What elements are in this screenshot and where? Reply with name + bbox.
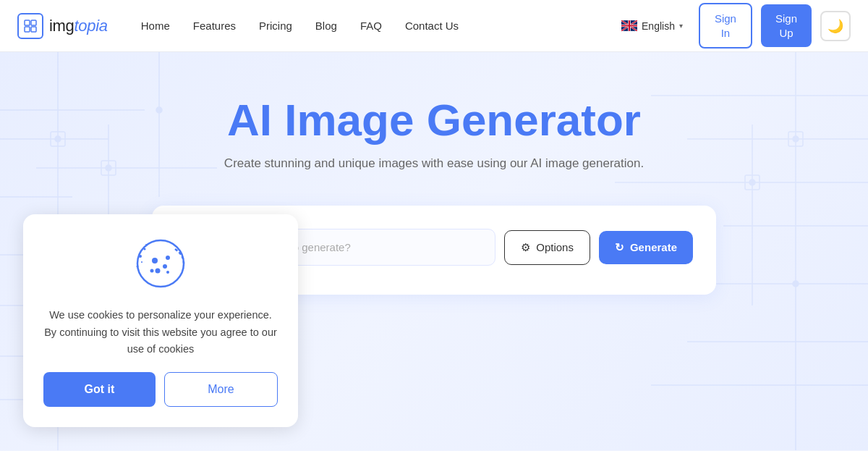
svg-point-31: [793, 281, 799, 287]
svg-point-43: [139, 255, 142, 258]
nav-faq[interactable]: FAQ: [350, 14, 392, 38]
hero-section: AI Image Generator Create stunning and u…: [0, 52, 868, 450]
options-button[interactable]: ⚙ Options: [504, 230, 590, 265]
uk-flag-icon: [621, 20, 637, 31]
svg-point-39: [156, 269, 161, 274]
svg-point-37: [152, 258, 158, 264]
svg-point-42: [166, 271, 169, 274]
moon-icon: 🌙: [827, 18, 843, 34]
svg-point-41: [150, 269, 154, 273]
refresh-icon: ↻: [615, 241, 624, 254]
nav-features[interactable]: Features: [183, 14, 246, 38]
logo-text: imgtopia: [49, 17, 108, 35]
svg-point-44: [144, 248, 146, 250]
gear-icon: ⚙: [521, 241, 530, 254]
hero-title: AI Image Generator: [227, 96, 641, 145]
signup-button[interactable]: SignUp: [761, 4, 812, 47]
svg-point-47: [141, 261, 142, 263]
hero-subtitle: Create stunning and unique images with e…: [224, 156, 644, 171]
svg-point-25: [55, 136, 61, 142]
more-button[interactable]: More: [164, 372, 278, 407]
svg-rect-0: [25, 20, 30, 25]
signin-button[interactable]: SignIn: [699, 3, 752, 49]
cookie-buttons: Got it More: [43, 372, 278, 407]
svg-point-40: [166, 256, 170, 260]
svg-point-38: [163, 264, 167, 269]
svg-rect-32: [51, 132, 65, 146]
logo[interactable]: imgtopia: [17, 13, 108, 39]
cookie-banner: We use cookies to personalize your exper…: [23, 214, 298, 427]
svg-rect-2: [25, 27, 30, 32]
nav-blog[interactable]: Blog: [305, 14, 347, 38]
nav-home[interactable]: Home: [131, 14, 180, 38]
svg-point-36: [137, 240, 184, 287]
gotit-button[interactable]: Got it: [43, 372, 156, 407]
svg-rect-3: [31, 27, 36, 32]
svg-point-46: [145, 244, 147, 245]
language-label: English: [642, 20, 675, 32]
logo-icon: [17, 13, 43, 39]
svg-rect-34: [788, 132, 803, 146]
svg-point-45: [137, 266, 139, 268]
nav-contact[interactable]: Contact Us: [395, 14, 469, 38]
nav-pricing[interactable]: Pricing: [249, 14, 302, 38]
options-label: Options: [536, 241, 574, 253]
navbar: imgtopia Home Features Pricing Blog FAQ …: [0, 0, 868, 52]
cookie-icon-wrap: [132, 235, 190, 295]
svg-point-27: [156, 107, 162, 113]
chevron-down-icon: ▾: [679, 22, 683, 30]
dark-mode-button[interactable]: 🌙: [820, 11, 851, 41]
generate-label: Generate: [630, 241, 677, 253]
svg-point-26: [106, 165, 111, 171]
svg-point-29: [793, 136, 799, 142]
nav-right: English ▾ SignIn SignUp 🌙: [614, 3, 851, 49]
generate-button[interactable]: ↻ Generate: [599, 231, 693, 264]
svg-rect-35: [745, 175, 760, 190]
cookie-text: We use cookies to personalize your exper…: [43, 307, 278, 358]
svg-rect-33: [101, 161, 116, 175]
language-selector[interactable]: English ▾: [614, 16, 690, 36]
cookie-icon: [132, 235, 190, 292]
svg-point-30: [749, 180, 755, 185]
svg-rect-1: [31, 20, 36, 25]
nav-links: Home Features Pricing Blog FAQ Contact U…: [131, 14, 614, 38]
